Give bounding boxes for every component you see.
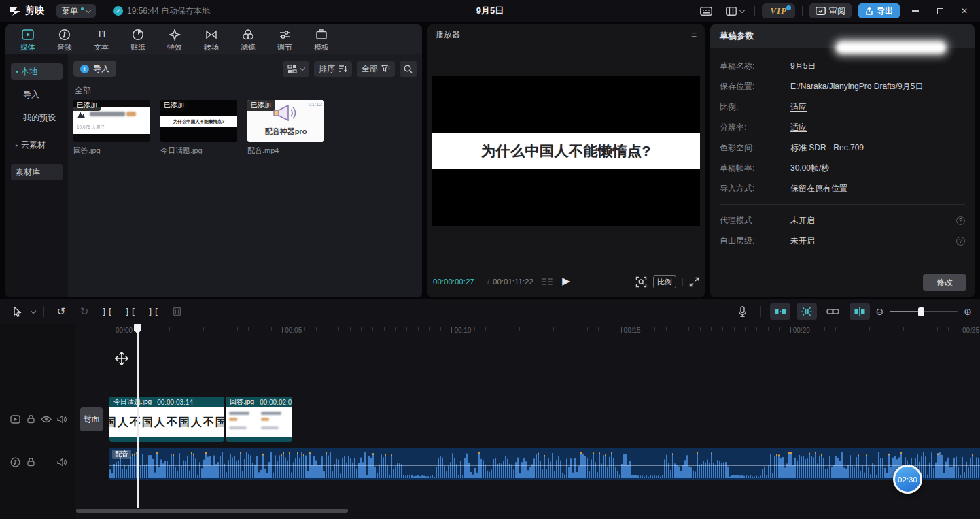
tab-effects[interactable]: 特效 [156,24,193,54]
play-button[interactable]: ▶ [562,275,570,287]
audio-waveform [109,448,980,480]
ruler-tick [418,327,419,331]
filter-button[interactable]: 全部 [357,61,395,77]
sidebar-item-material-library[interactable]: 素材库 [11,164,63,180]
link-preview-toggle[interactable] [823,303,843,320]
media-library-panel: 媒体 音频 TI 文本 贴纸 特效 转场 [5,24,422,297]
zoom-out-button[interactable]: ⊖ [876,306,884,317]
media-duration: 01:12 [309,101,322,107]
menu-button[interactable]: 菜单 [56,4,96,18]
app-logo: 剪映 [10,5,44,17]
player-menu-icon[interactable]: ≡ [691,29,697,40]
split-left-button[interactable]: ][ [122,303,139,320]
field-label: 色彩空间: [720,142,790,154]
field-label: 代理模式 [720,215,790,227]
timeline-clip-1[interactable]: 今日话题.jpg 00:00:03:14 国人不国人不国人不国人 [109,397,224,442]
timeline-zoom-slider[interactable] [890,303,958,320]
fullscreen-icon[interactable] [689,277,699,287]
media-item[interactable]: 已添加 为什么中国人不能懒惰点? 今日话题.jpg [160,100,237,156]
minimize-button[interactable] [907,3,924,18]
ratio-button[interactable]: 比例 [653,275,676,288]
document-title: 9月5日 [476,5,504,17]
cover-button[interactable]: 封面 [80,407,103,431]
sidebar-item-import[interactable]: 导入 [11,86,63,103]
cursor-icon [12,306,22,317]
record-voiceover-button[interactable] [734,303,752,320]
tab-text[interactable]: TI 文本 [83,24,120,54]
vip-notification-dot [786,5,791,10]
audio-clip[interactable]: 配音 [109,448,980,480]
export-button[interactable]: 导出 [858,3,900,18]
tab-template[interactable]: 模板 [303,24,340,54]
help-icon[interactable]: ? [956,237,965,246]
lock-icon[interactable] [25,456,36,467]
zoom-in-button[interactable]: ⊕ [964,306,972,317]
tab-label: 调节 [277,42,292,52]
field-value-dropdown[interactable]: 适应 [790,122,807,133]
field-value-dropdown[interactable]: 适应 [790,101,807,113]
maximize-icon [937,8,943,14]
ruler-tick [248,327,249,331]
review-button[interactable]: 审阅 [809,3,852,18]
timeline-ruler[interactable]: 00:0000:0500:1000:1500:2000:25 [75,324,980,337]
tab-adjust[interactable]: 调节 [266,24,303,54]
maximize-button[interactable] [931,3,949,18]
redo-button[interactable]: ↻ [75,303,93,320]
clip-duration: 00:00:03:14 [157,399,193,406]
timeline-clip-2[interactable]: 回答.jpg 00:00:02:00 [226,397,292,442]
vip-button[interactable]: VIP [762,3,795,18]
audio-icon [58,29,71,41]
horizontal-scrollbar[interactable] [76,509,348,513]
sidebar-item-local[interactable]: ▾ 本地 [11,63,63,80]
linkage-toggle[interactable] [797,303,817,320]
close-button[interactable]: ✕ [956,3,973,18]
delete-button[interactable] [168,303,186,320]
lock-icon[interactable] [25,414,36,424]
thumb-text: 配音神器pro [247,127,324,137]
snap-toggle[interactable] [770,303,790,320]
split-preview-toggle[interactable] [850,303,870,320]
tab-sticker[interactable]: 贴纸 [120,24,156,54]
layout-mode-button[interactable] [722,4,748,18]
media-item[interactable]: 已添加 10,076 人看了 回答.jpg [73,100,150,156]
search-icon [404,65,413,73]
search-button[interactable] [400,61,417,77]
media-tab-bar: 媒体 音频 TI 文本 贴纸 特效 转场 [5,24,422,54]
tab-label: 转场 [204,42,219,52]
mute-speaker-icon[interactable] [56,456,67,467]
ruler-tick [350,327,351,331]
select-tool-button[interactable] [8,303,26,320]
media-thumbnail: 已添加 01:12 配音神器pro [247,100,324,142]
split-button[interactable]: ][ [99,303,116,320]
ruler-tick [700,327,701,331]
undo-button[interactable]: ↺ [52,303,70,320]
sidebar-item-presets[interactable]: 我的预设 [11,110,63,126]
sort-button[interactable]: 排序 [314,61,352,77]
help-icon[interactable]: ? [956,216,965,225]
view-mode-button[interactable] [283,61,309,77]
sidebar-item-cloud[interactable]: ▸ 云素材 [11,137,63,153]
timeline-zoom-slider-handle[interactable] [918,307,924,316]
shortcut-keyboard-button[interactable] [697,4,715,18]
tab-transition[interactable]: 转场 [193,24,230,54]
media-thumbnail: 已添加 10,076 人看了 [73,100,150,142]
media-item[interactable]: 已添加 01:12 配音神器pro 配音.mp4 [247,100,324,156]
ruler-tick [734,327,735,331]
tab-media[interactable]: 媒体 [10,24,46,54]
mute-speaker-icon[interactable] [56,414,67,424]
modify-button[interactable]: 修改 [923,274,966,291]
subtitle-lines-icon[interactable] [542,278,553,285]
field-label: 分辨率: [720,122,790,133]
recording-timer-badge[interactable]: 02:30 [893,465,922,494]
split-right-button[interactable]: ][ [145,303,162,320]
ruler-tick [429,327,430,331]
tab-filter[interactable]: 滤镜 [230,24,266,54]
chevron-down-icon[interactable] [31,307,36,313]
keyboard-icon [700,7,712,16]
time-separator: / [487,278,489,286]
import-button[interactable]: + 导入 [73,61,116,77]
tab-audio[interactable]: 音频 [46,24,83,54]
ruler-tick [835,327,836,331]
preview-focus-icon[interactable] [635,276,647,288]
visibility-eye-icon[interactable] [41,414,52,424]
